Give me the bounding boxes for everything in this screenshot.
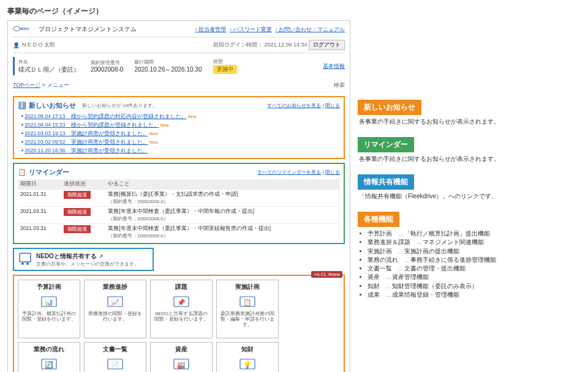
panel-oshiraze: ℹ️ 新しいお知らせ 新しいお知らせが 18件あります。 すべてのお知らせを見る… [13,96,345,159]
callout-reminder-body: 各事業の手続きに関するお知らせが表示されます。 [358,152,578,166]
card-title: 知財 [241,345,254,354]
reminder-row: 2021.03.31期限超過業務[年度末中間検査（委託事業）・中間年報の作成・提… [18,207,340,224]
contract-status-label: 状態 [213,58,237,65]
breadcrumb-top[interactable]: TOPページ [13,82,40,88]
svg-point-3 [21,262,24,265]
svg-rect-2 [20,253,31,262]
th-date: 期限日 [18,179,61,190]
overdue-badge: 期限超過 [64,191,91,199]
callout-oshiraze-hdr: 新しいお知らせ [358,100,421,115]
reminder-close-link[interactable]: 閉じる [325,169,340,175]
callout-reminder: リマインダー 各事業の手続きに関するお知らせが表示されます。 [358,137,578,166]
oshiraze-item: • 2021.03.03 19:13 実施計画書が受領されました。New [21,130,340,138]
basic-info-link[interactable]: 基本情報 [323,62,345,70]
card-icon: 📊 [40,294,58,310]
function-card-業務の流れ[interactable]: 業務の流れ🔄契約または助成事業の手続きのうち、手続きや処理が必要な一覧について、… [18,342,80,372]
rm-todo: 業務[年度末中間検査（委託事業）・中間実績報告書の作成・提出]（契約番号：200… [105,224,340,241]
card-title: 資産 [175,345,187,354]
function-card-課題[interactable]: 課題📌NEDOと共有する課題の閲覧・登録を行います。 [150,280,213,338]
oshiraze-item: • 2021.03.02 09:52 実施計画書が受領されました。New [21,138,340,147]
svg-text:📈: 📈 [111,298,119,307]
oshiraze-item: • 2020.11.20 16:36 実施計画書が受領されました。 [21,147,340,155]
card-title: 予算計画 [37,283,61,291]
function-card-予算計画[interactable]: 予算計画📊予算計画、概算払計画の閲覧・登録を行います。 [18,280,80,338]
th-todo: やること [105,179,340,190]
function-card-知財[interactable]: 知財💡契約または助成事業の知財手続きについて、申請書や届出書等の閲覧・編集・申請… [216,342,279,372]
oshiraze-all-link[interactable]: すべてのお知らせを見る [267,103,321,108]
link-contact[interactable]: お問い合わせ・マニュアル [276,26,345,34]
svg-point-4 [26,262,29,265]
rm-todo: 業務[概算払（委託事業）・支払請求書の作成・申請]（契約番号：20002008-… [105,190,340,207]
callout-functions-hdr: 各種機能 [358,212,399,227]
user-bar: 👤 N E D O 太郎 前回ログイン時間： 2021.12.09 14:34 … [13,37,345,53]
svg-point-0 [13,26,20,31]
external-link-icon: ↗ [99,253,104,259]
card-desc: NEDOと共有する課題の閲覧・登録を行います。 [153,311,209,322]
func-list-item: 成果 …成果情報登録・管理機能 [368,291,577,299]
oshiraze-link[interactable]: 2021.03.02 09:52 実施計画書が受領されました。 [24,139,148,145]
func-list-item: 文書一覧 …文書の管理・提出機能 [368,264,577,273]
oshiraze-link[interactable]: 2020.11.20 16:36 実施計画書が受領されました。 [24,147,148,154]
card-title: 実施計画 [235,283,260,291]
reminder-all-link[interactable]: すべてのリマインダーを見る [257,169,321,175]
app-window: NEDO プロジェクトマネジメントシステム 担当者管理 パスワード変更 お問い合… [7,20,350,372]
card-desc: 予算計画、概算払計画の閲覧・登録を行います。 [21,311,77,322]
user-icon: 👤 [13,42,20,48]
card-icon: 🔄 [40,356,58,372]
callout-oshiraze-body: 各事業の手続きに関するお知らせが表示されます。 [358,115,578,128]
oshiraze-link[interactable]: 2021.08.04 15:23 様から契約課題が登録されました。 [24,122,159,128]
breadcrumb-current: メニュー [47,82,69,88]
link-password[interactable]: パスワード変更 [230,26,272,34]
func-list-item: 業務の流れ …事務手続きに係る進捗管理機能 [368,256,577,264]
card-title: 文書一覧 [103,345,127,354]
logout-button[interactable]: ログアウト [309,40,345,50]
panel-functions: +α CL 9new 予算計画📊予算計画、概算払計画の閲覧・登録を行います。業務… [13,275,345,372]
func-list-item: 実施計画 …実施計画の提出機能 [368,247,577,256]
oshiraze-link[interactable]: 2021.03.03 19:13 実施計画書が受領されました。 [24,130,148,136]
share-title: NEDOと情報共有する [36,253,97,259]
rm-date: 2021.03.31 [18,207,61,224]
contract-period: 2020.10.26～2026.10.30 [134,65,202,74]
callout-share-body: 「情報共有機能（Fleekdrive）」へのリンクです。 [358,190,578,203]
function-card-業務進捗[interactable]: 業務進捗📈業務進捗の閲覧・登録を行います。 [84,280,146,338]
oshiraze-item: • 2021.08.04 15:23 様から契約課題が登録されました。New [21,121,340,130]
contract-mgmt-label: 契約管理番号 [91,59,123,66]
logo-icon: NEDO [13,24,35,34]
card-icon: 💡 [239,356,256,372]
card-icon: 📈 [107,294,124,310]
header-links: 担当者管理 パスワード変更 お問い合わせ・マニュアル [195,26,345,34]
function-card-資産[interactable]: 資産🏭契約または助成事業の資産手続きについて、申請書や届出書等の閲覧・編集・申請… [150,342,213,372]
th-status: 進捗状況 [61,179,106,190]
breadcrumb-sep: > [40,82,47,88]
func-list-item: 資産 …資産管理機能 [368,273,577,281]
search-label[interactable]: 検索 [334,81,345,89]
svg-text:📊: 📊 [45,298,53,307]
breadcrumb: TOPページ > メニュー 検索 [13,79,345,92]
function-card-実施計画[interactable]: 実施計画📋委託業務実施計画書の閲覧・編集・申請を行います。 [216,280,279,338]
svg-text:💡: 💡 [243,360,252,369]
oshiraze-link[interactable]: 2021.08.04 17:13 様から契約課題の対応内容が登録されました。 [24,113,186,119]
reminder-title: リマインダー [29,168,69,177]
svg-text:🔄: 🔄 [45,360,53,369]
status-badge: 実施中 [213,65,237,74]
func-list-item: 知財 …知財管理機能（委託のみ表示） [368,282,577,291]
oshiraze-close-link[interactable]: 閉じる [325,103,340,108]
oshiraze-list: • 2021.08.04 17:13 様から契約課題の対応内容が登録されました。… [18,111,340,155]
oshiraze-title: 新しいお知らせ [29,101,76,110]
func-list-item: 業務進捗＆課題 …マネジメント関連機能 [368,238,577,247]
card-title: 業務の流れ [34,345,64,354]
svg-text:📄: 📄 [111,360,119,369]
rm-date: 2021.03.31 [18,224,61,241]
svg-text:NEDO: NEDO [20,27,29,31]
contract-name-label: 件名 [18,59,80,65]
contract-info: 件名 様式ＤＬ用／（委託） 契約管理番号 20002008-0 履行期間 202… [13,57,345,75]
notify-badge: +α CL 9new [311,271,342,278]
function-card-文書一覧[interactable]: 文書一覧📄手続きがある書類や申請書や届出書について、閲覧・編集・申請を行います。 [84,342,146,372]
app-header: NEDO プロジェクトマネジメントシステム 担当者管理 パスワード変更 お問い合… [13,23,345,37]
callout-share: 情報共有機能 「情報共有機能（Fleekdrive）」へのリンクです。 [358,174,578,203]
contract-name: 様式ＤＬ用／（委託） [18,65,80,74]
panel-share[interactable]: NEDOと情報共有する ↗ 文書の共有や、メッセージの交換ができます。 [13,248,154,271]
link-tantousha[interactable]: 担当者管理 [195,26,227,34]
card-title: 業務進捗 [103,283,127,291]
functions-list: 予算計画 …「執行／概算払計画」提出機能業務進捗＆課題 …マネジメント関連機能実… [359,229,577,299]
